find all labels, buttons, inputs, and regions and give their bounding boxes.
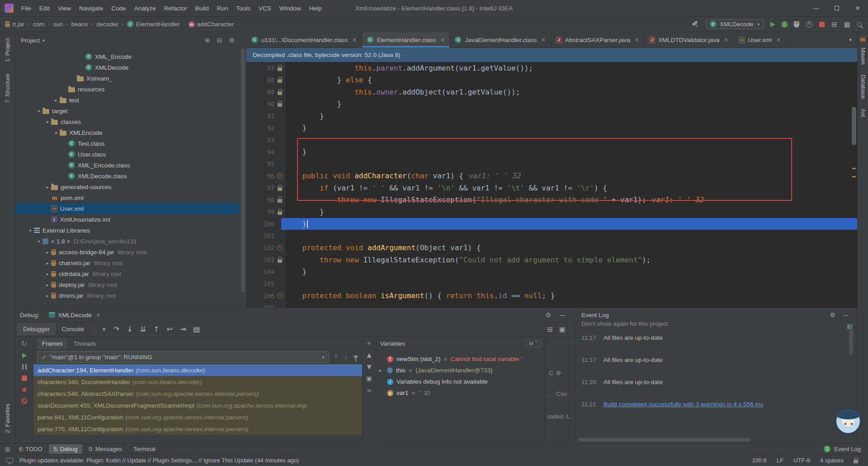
line-number[interactable]: 103 [246,256,274,263]
scroll-down-icon[interactable]: ▼ [367,363,372,370]
debug-button[interactable] [782,21,787,28]
view-breakpoints-button[interactable]: ◉ [22,387,27,392]
code-line-109[interactable]: 109 [246,302,857,308]
project-scrollbar[interactable] [241,48,245,293]
gutter-icon-slot[interactable] [274,101,285,107]
tab-threads[interactable]: Threads [69,338,101,349]
breadcrumb-item-sun[interactable]: sun [52,21,63,28]
project-panel-title[interactable]: Project [21,37,40,44]
gutter-icon-slot[interactable] [274,89,285,95]
code-line-91[interactable]: 91 } [246,110,857,122]
line-number[interactable]: 101 [246,232,274,239]
gutter-icon-slot[interactable] [274,65,285,71]
tree-item-xmlencode[interactable]: ▾XMLEncode [15,127,239,138]
gutter-icon-slot[interactable]: ↑ [274,173,285,179]
line-number[interactable]: 100 [246,220,274,228]
line-number[interactable]: 97 [246,184,274,191]
line-number[interactable]: 99 [246,208,274,215]
line-number[interactable]: 90 [246,100,274,108]
gutter-icon-slot[interactable] [274,209,285,215]
tree-toggle-icon[interactable]: ▸ [44,282,51,287]
frame-row[interactable]: characters:340, DocumentHandler(com.sun.… [33,376,362,388]
settings-checklist-icon[interactable]: ▣ [559,325,566,333]
event-log-status-button[interactable]: 1 Event Log [824,446,868,452]
search-everywhere-icon[interactable] [857,22,862,27]
tree-item-user-xml[interactable]: <>User.xml [15,203,239,214]
line-number[interactable]: 87 [246,64,274,71]
tree-item-cldrdata-jar[interactable]: ▸cldrdata.jarlibrary root [15,268,239,279]
menu-window[interactable]: Window [275,0,305,17]
gutter-icon-slot[interactable] [274,77,285,83]
tree-item-1-8[interactable]: ▾< 1.8 >D:\Env\java_env\8u131 [15,236,239,247]
tree-item-xml-encode-class[interactable]: CXML_Encode.class [15,160,239,171]
step-into-icon[interactable]: ↓ [123,325,136,333]
editor-code[interactable]: 87 this.parent.addArgument(var1.getValue… [246,62,857,308]
tree-toggle-icon[interactable]: ▾ [35,239,42,244]
tree-item-classes[interactable]: ▾classes [15,116,239,127]
code-line-103[interactable]: 103 throw new IllegalStateException("Cou… [246,254,857,266]
close-button[interactable]: ✕ [847,0,868,16]
evaluate-expression-icon[interactable]: ▤ [189,325,203,333]
resume-button[interactable] [22,353,27,358]
code-line-95[interactable]: 95 [246,158,857,170]
tree-item-dnsns-jar[interactable]: ▸dnsns.jarlibrary root [15,290,239,301]
close-tab-icon[interactable]: ✕ [724,37,728,43]
frame-row[interactable]: parse:770, XML11Configuration(com.sun.or… [33,423,362,435]
variable-row[interactable]: pvar1 = '' 32 [376,387,545,399]
breadcrumb-item-decoder[interactable]: decoder [96,21,119,28]
menu-edit[interactable]: Edit [35,0,54,17]
tool-button-7-structure[interactable]: 7: Structure [5,74,11,103]
project-structure-button[interactable]: ⊞ [831,20,837,29]
menu-file[interactable]: File [17,0,35,17]
code-line-106[interactable]: 106↑ protected boolean isArgument() { re… [246,290,857,302]
tree-item-external-libraries[interactable]: ▾External Libraries [15,225,239,236]
filter-frames-icon[interactable] [353,356,359,359]
tree-toggle-icon[interactable]: ▸ [52,98,60,103]
gutter-icon-slot[interactable]: ↑ [274,245,285,251]
line-number[interactable]: 91 [246,112,274,119]
variables-view-toggle[interactable]: M˅ [526,340,541,347]
build-hammer-icon[interactable] [692,21,699,28]
menu-run[interactable]: Run [213,0,232,17]
settings-gear-icon[interactable]: ⚙ [229,37,235,44]
tree-toggle-icon[interactable]: ▾ [52,130,60,135]
line-ending[interactable]: LF [777,457,783,464]
frame-row[interactable]: parse:841, XML11Configuration(com.sun.or… [33,411,362,423]
tool-button-5-debug[interactable]: 5: Debug [49,444,83,454]
variable-row[interactable]: iVariables debug info not available [376,376,545,387]
tree-item-charsets-jar[interactable]: ▸charsets.jarlibrary root [15,257,239,268]
gear-icon[interactable]: ⚙ [556,370,561,376]
tab-xmldtdvalidator-java[interactable]: JXMLDTDValidator.java✕ [644,32,734,48]
stop-button[interactable] [819,22,825,27]
stop-debug-button[interactable] [22,376,27,381]
line-number[interactable]: 89 [246,88,274,95]
tool-button-0-messages[interactable]: 0: Messages [84,444,127,454]
tree-toggle-icon[interactable]: ▸ [44,261,51,266]
tree-item-xmldecode[interactable]: CXMLDecode [15,62,239,73]
layout-button[interactable]: ▦ [844,20,850,29]
menu-build[interactable]: Build [191,0,213,17]
tree-toggle-icon[interactable]: ▸ [44,185,51,190]
run-to-cursor-icon[interactable]: ⇥ [176,325,189,333]
code-line-101[interactable]: 101 [246,230,857,242]
code-line-98[interactable]: 98 throw new IllegalStateException("Ille… [246,194,857,206]
code-line-88[interactable]: 88 } else { [246,74,857,86]
editor-scrollbar[interactable] [852,107,856,145]
tree-toggle-icon[interactable]: ▸ [44,271,51,276]
tab-u131-documenthandler-class[interactable]: Cu131\...\DocumentHandler.class✕ [246,32,362,48]
tree-item-pom-xml[interactable]: mpom.xml [15,192,239,203]
line-number[interactable]: 109 [246,304,274,308]
code-line-90[interactable]: 90 } [246,98,857,110]
scroll-up-icon[interactable]: ▲ [367,352,372,358]
tab-debugger[interactable]: Debugger [17,323,56,335]
code-line-105[interactable]: 105 [246,278,857,290]
gutter-icon-slot[interactable] [274,257,285,263]
tree-item-xmlunserialize-iml[interactable]: IXmlUnserialize.iml [15,214,239,225]
code-line-93[interactable]: 93 [246,134,857,146]
tool-button-maven[interactable]: Maven [860,48,866,65]
frame-row[interactable]: addCharacter:194, ElementHandler(com.sun… [33,364,362,376]
coverage-button[interactable] [794,21,799,28]
gutter-icon-slot[interactable]: ↑ [274,293,285,299]
tree-toggle-icon[interactable]: ▾ [44,119,51,124]
collapse-all-icon[interactable]: ⊟ [217,37,222,44]
